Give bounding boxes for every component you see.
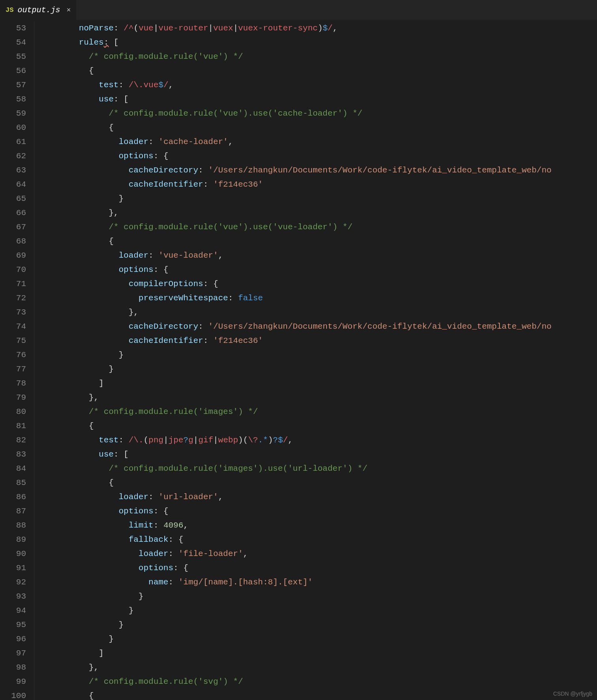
line-number: 83	[0, 447, 26, 462]
close-icon[interactable]: ×	[66, 6, 71, 14]
fold-column	[34, 20, 49, 700]
code-line[interactable]: {	[49, 234, 597, 249]
line-number: 59	[0, 107, 26, 121]
code-line[interactable]: /* config.module.rule('svg') */	[49, 675, 597, 689]
line-number: 78	[0, 376, 26, 391]
code-line[interactable]: use: [	[49, 447, 597, 462]
code-line[interactable]: {	[49, 476, 597, 490]
line-number: 88	[0, 518, 26, 533]
line-number: 95	[0, 618, 26, 632]
line-number: 90	[0, 547, 26, 561]
code-area[interactable]: noParse: /^(vue|vue-router|vuex|vuex-rou…	[49, 20, 597, 700]
line-number-gutter: 5354555657585960616263646566676869707172…	[0, 20, 34, 700]
code-line[interactable]: cacheIdentifier: 'f214ec36'	[49, 334, 597, 348]
line-number: 65	[0, 192, 26, 206]
code-line[interactable]: /* config.module.rule('vue').use('cache-…	[49, 107, 597, 121]
line-number: 68	[0, 234, 26, 249]
code-line[interactable]: }	[49, 362, 597, 376]
code-line[interactable]: {	[49, 64, 597, 78]
line-number: 84	[0, 462, 26, 476]
code-line[interactable]: {	[49, 419, 597, 433]
code-line[interactable]: }	[49, 590, 597, 604]
editor-tab[interactable]: JS output.js ×	[0, 0, 76, 20]
line-number: 75	[0, 334, 26, 348]
code-line[interactable]: },	[49, 391, 597, 405]
line-number: 79	[0, 391, 26, 405]
code-line[interactable]: fallback: {	[49, 533, 597, 547]
code-line[interactable]: options: {	[49, 561, 597, 575]
js-file-icon: JS	[6, 6, 13, 14]
code-line[interactable]: ]	[49, 376, 597, 391]
line-number: 53	[0, 21, 26, 36]
line-number: 74	[0, 320, 26, 334]
code-line[interactable]: /* config.module.rule('vue').use('vue-lo…	[49, 220, 597, 234]
line-number: 99	[0, 675, 26, 689]
line-number: 54	[0, 36, 26, 50]
code-line[interactable]: }	[49, 618, 597, 632]
code-line[interactable]: loader: 'vue-loader',	[49, 249, 597, 263]
line-number: 93	[0, 590, 26, 604]
line-number: 58	[0, 92, 26, 107]
line-number: 72	[0, 291, 26, 305]
code-line[interactable]: {	[49, 121, 597, 135]
code-line[interactable]: cacheDirectory: '/Users/zhangkun/Documen…	[49, 320, 597, 334]
line-number: 67	[0, 220, 26, 234]
line-number: 91	[0, 561, 26, 575]
code-line[interactable]: /* config.module.rule('images').use('url…	[49, 462, 597, 476]
line-number: 71	[0, 277, 26, 291]
code-line[interactable]: preserveWhitespace: false	[49, 291, 597, 305]
code-line[interactable]: loader: 'cache-loader',	[49, 135, 597, 149]
line-number: 60	[0, 121, 26, 135]
line-number: 70	[0, 263, 26, 277]
code-line[interactable]: options: {	[49, 504, 597, 518]
line-number: 96	[0, 632, 26, 646]
line-number: 69	[0, 249, 26, 263]
line-number: 86	[0, 490, 26, 504]
code-line[interactable]: }	[49, 604, 597, 618]
code-line[interactable]: },	[49, 305, 597, 320]
code-line[interactable]: compilerOptions: {	[49, 277, 597, 291]
tab-filename: output.js	[17, 6, 60, 15]
code-line[interactable]: noParse: /^(vue|vue-router|vuex|vuex-rou…	[49, 21, 597, 36]
watermark: CSDN @yrfjygb	[553, 691, 592, 697]
code-line[interactable]: test: /\.vue$/,	[49, 78, 597, 92]
code-line[interactable]: },	[49, 206, 597, 220]
line-number: 73	[0, 305, 26, 320]
code-line[interactable]: }	[49, 632, 597, 646]
code-line[interactable]: name: 'img/[name].[hash:8].[ext]'	[49, 575, 597, 590]
line-number: 57	[0, 78, 26, 92]
tab-bar: JS output.js ×	[0, 0, 597, 20]
line-number: 66	[0, 206, 26, 220]
line-number: 82	[0, 433, 26, 447]
code-line[interactable]: /* config.module.rule('images') */	[49, 405, 597, 419]
code-line[interactable]: }	[49, 192, 597, 206]
code-line[interactable]: cacheIdentifier: 'f214ec36'	[49, 178, 597, 192]
fold-guide	[34, 21, 34, 700]
line-number: 55	[0, 50, 26, 64]
line-number: 77	[0, 362, 26, 376]
editor-area: 5354555657585960616263646566676869707172…	[0, 20, 597, 700]
line-number: 92	[0, 575, 26, 590]
code-line[interactable]: /* config.module.rule('vue') */	[49, 50, 597, 64]
line-number: 62	[0, 149, 26, 163]
code-line[interactable]: },	[49, 661, 597, 675]
line-number: 97	[0, 646, 26, 661]
code-line[interactable]: loader: 'url-loader',	[49, 490, 597, 504]
code-line[interactable]: cacheDirectory: '/Users/zhangkun/Documen…	[49, 163, 597, 178]
code-line[interactable]: loader: 'file-loader',	[49, 547, 597, 561]
line-number: 85	[0, 476, 26, 490]
code-line[interactable]: test: /\.(png|jpe?g|gif|webp)(\?.*)?$/,	[49, 433, 597, 447]
line-number: 81	[0, 419, 26, 433]
line-number: 80	[0, 405, 26, 419]
code-line[interactable]: options: {	[49, 263, 597, 277]
code-line[interactable]: rules: [	[49, 36, 597, 50]
code-line[interactable]: ]	[49, 646, 597, 661]
code-line[interactable]: {	[49, 689, 597, 700]
line-number: 94	[0, 604, 26, 618]
line-number: 56	[0, 64, 26, 78]
code-line[interactable]: options: {	[49, 149, 597, 163]
code-line[interactable]: use: [	[49, 92, 597, 107]
line-number: 89	[0, 533, 26, 547]
code-line[interactable]: }	[49, 348, 597, 362]
code-line[interactable]: limit: 4096,	[49, 518, 597, 533]
